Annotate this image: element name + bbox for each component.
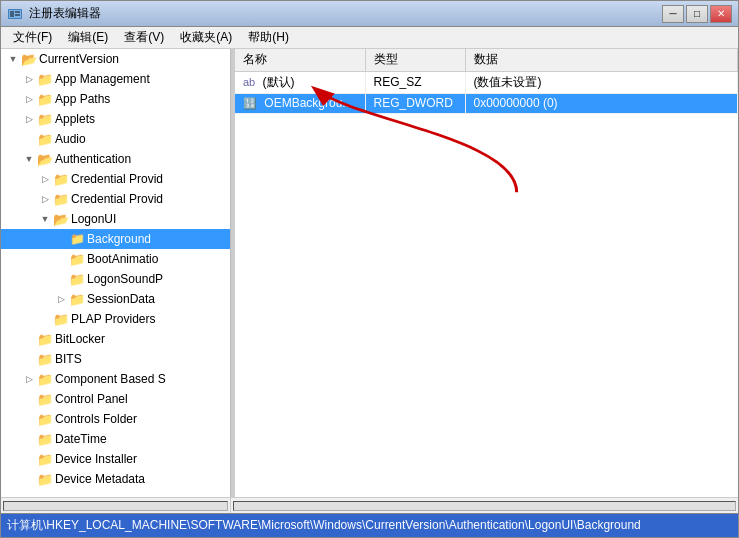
svg-rect-4 [15, 14, 20, 16]
folder-closed-icon: 📁 [37, 111, 53, 127]
tree-label-appmanagement: App Management [55, 72, 150, 86]
main-window: 注册表编辑器 ─ □ ✕ 文件(F) 编辑(E) 查看(V) 收藏夹(A) 帮助… [0, 0, 739, 538]
maximize-button[interactable]: □ [686, 5, 708, 23]
table-row-selected[interactable]: 🔢 OEMBackgrou... REG_DWORD 0x00000000 (0… [235, 93, 738, 113]
menu-view[interactable]: 查看(V) [116, 27, 172, 48]
main-content: ▼ 📂 CurrentVersion ▷ 📁 App Management ▷ … [1, 49, 738, 497]
expand-icon: ▷ [21, 91, 37, 107]
tree-item-appmanagement[interactable]: ▷ 📁 App Management [1, 69, 230, 89]
tree-label-applets: Applets [55, 112, 95, 126]
tree-item-datetime[interactable]: ▷ 📁 DateTime [1, 429, 230, 449]
tree-label-plapproviders: PLAP Providers [71, 312, 156, 326]
tree-label-authentication: Authentication [55, 152, 131, 166]
folder-closed-icon: 📁 [53, 311, 69, 327]
tree-item-logonui[interactable]: ▼ 📂 LogonUI [1, 209, 230, 229]
svg-rect-3 [15, 11, 20, 13]
folder-closed-icon: 📁 [37, 471, 53, 487]
tree-item-componentbased[interactable]: ▷ 📁 Component Based S [1, 369, 230, 389]
tree-item-bits[interactable]: ▷ 📁 BITS [1, 349, 230, 369]
tree-label-componentbased: Component Based S [55, 372, 166, 386]
folder-closed-icon: 📁 [37, 351, 53, 367]
tree-item-logonsoundp[interactable]: ▷ 📁 LogonSoundP [1, 269, 230, 289]
expand-icon: ▷ [37, 171, 53, 187]
tree-label-devicemetadata: Device Metadata [55, 472, 145, 486]
detail-panel-wrapper: 名称 类型 数据 ab (默认) REG_SZ (数值未设置) [235, 49, 738, 497]
tree-item-controlsfolder[interactable]: ▷ 📁 Controls Folder [1, 409, 230, 429]
minimize-button[interactable]: ─ [662, 5, 684, 23]
expand-icon: ▼ [5, 51, 21, 67]
cell-data-selected: 0x00000000 (0) [465, 93, 738, 113]
tree-label-logonsoundp: LogonSoundP [87, 272, 163, 286]
registry-tree[interactable]: ▼ 📂 CurrentVersion ▷ 📁 App Management ▷ … [1, 49, 231, 497]
table-row[interactable]: ab (默认) REG_SZ (数值未设置) [235, 71, 738, 93]
menu-help[interactable]: 帮助(H) [240, 27, 297, 48]
folder-closed-icon: 📁 [37, 431, 53, 447]
tree-item-credprov1[interactable]: ▷ 📁 Credential Provid [1, 169, 230, 189]
window-controls: ─ □ ✕ [662, 5, 732, 23]
tree-item-bootanimation[interactable]: ▷ 📁 BootAnimatio [1, 249, 230, 269]
expand-icon: ▼ [21, 151, 37, 167]
folder-closed-icon: 📁 [53, 191, 69, 207]
svg-rect-2 [10, 11, 14, 17]
cell-type: REG_SZ [365, 71, 465, 93]
tree-item-background[interactable]: ▷ 📁 Background [1, 229, 230, 249]
tree-label-credprov2: Credential Provid [71, 192, 163, 206]
folder-closed-icon: 📁 [37, 331, 53, 347]
tree-item-devicemetadata[interactable]: ▷ 📁 Device Metadata [1, 469, 230, 489]
folder-closed-icon: 📁 [53, 171, 69, 187]
tree-item-controlpanel[interactable]: ▷ 📁 Control Panel [1, 389, 230, 409]
expand-icon: ▷ [53, 291, 69, 307]
tree-label-deviceinstaller: Device Installer [55, 452, 137, 466]
status-bar: 计算机\HKEY_LOCAL_MACHINE\SOFTWARE\Microsof… [1, 513, 738, 537]
tree-item-currentversion[interactable]: ▼ 📂 CurrentVersion [1, 49, 230, 69]
folder-open-icon: 📂 [53, 211, 69, 227]
tree-label-apppaths: App Paths [55, 92, 110, 106]
tree-item-plapproviders[interactable]: ▷ 📁 PLAP Providers [1, 309, 230, 329]
tree-label-bootanimation: BootAnimatio [87, 252, 158, 266]
tree-item-authentication[interactable]: ▼ 📂 Authentication [1, 149, 230, 169]
cell-type-selected: REG_DWORD [365, 93, 465, 113]
bottom-scroll-area [1, 497, 738, 513]
tree-item-credprov2[interactable]: ▷ 📁 Credential Provid [1, 189, 230, 209]
folder-selected-icon: 📁 [69, 231, 85, 247]
title-bar: 注册表编辑器 ─ □ ✕ [1, 1, 738, 27]
reg-entry-name-selected: OEMBackgrou... [264, 96, 352, 110]
tree-label-bits: BITS [55, 352, 82, 366]
tree-item-sessiondata[interactable]: ▷ 📁 SessionData [1, 289, 230, 309]
reg-entry-name: (默认) [263, 75, 295, 89]
folder-closed-icon: 📁 [69, 291, 85, 307]
status-path: 计算机\HKEY_LOCAL_MACHINE\SOFTWARE\Microsof… [7, 517, 641, 534]
menu-bar: 文件(F) 编辑(E) 查看(V) 收藏夹(A) 帮助(H) [1, 27, 738, 49]
tree-label-background: Background [87, 232, 151, 246]
tree-label-controlsfolder: Controls Folder [55, 412, 137, 426]
cell-name-selected: 🔢 OEMBackgrou... [235, 93, 365, 113]
tree-label-bitlocker: BitLocker [55, 332, 105, 346]
folder-closed-icon: 📁 [37, 451, 53, 467]
tree-label-datetime: DateTime [55, 432, 107, 446]
tree-item-bitlocker[interactable]: ▷ 📁 BitLocker [1, 329, 230, 349]
registry-table: 名称 类型 数据 ab (默认) REG_SZ (数值未设置) [235, 49, 738, 114]
folder-closed-icon: 📁 [37, 411, 53, 427]
tree-label-audio: Audio [55, 132, 86, 146]
expand-icon: ▷ [21, 111, 37, 127]
folder-closed-icon: 📁 [37, 71, 53, 87]
tree-item-deviceinstaller[interactable]: ▷ 📁 Device Installer [1, 449, 230, 469]
folder-closed-icon: 📁 [37, 131, 53, 147]
tree-item-applets[interactable]: ▷ 📁 Applets [1, 109, 230, 129]
tree-item-apppaths[interactable]: ▷ 📁 App Paths [1, 89, 230, 109]
tree-label-currentversion: CurrentVersion [39, 52, 119, 66]
expand-icon: ▷ [21, 371, 37, 387]
menu-favorites[interactable]: 收藏夹(A) [172, 27, 240, 48]
close-button[interactable]: ✕ [710, 5, 732, 23]
folder-open-icon: 📂 [37, 151, 53, 167]
expand-icon: ▷ [37, 191, 53, 207]
menu-file[interactable]: 文件(F) [5, 27, 60, 48]
expand-icon: ▼ [37, 211, 53, 227]
col-header-type: 类型 [365, 49, 465, 71]
detail-panel[interactable]: 名称 类型 数据 ab (默认) REG_SZ (数值未设置) [235, 49, 738, 497]
tree-item-audio[interactable]: ▷ 📁 Audio [1, 129, 230, 149]
folder-closed-icon: 📁 [37, 371, 53, 387]
folder-open-icon: 📂 [21, 51, 37, 67]
menu-edit[interactable]: 编辑(E) [60, 27, 116, 48]
tree-label-sessiondata: SessionData [87, 292, 155, 306]
